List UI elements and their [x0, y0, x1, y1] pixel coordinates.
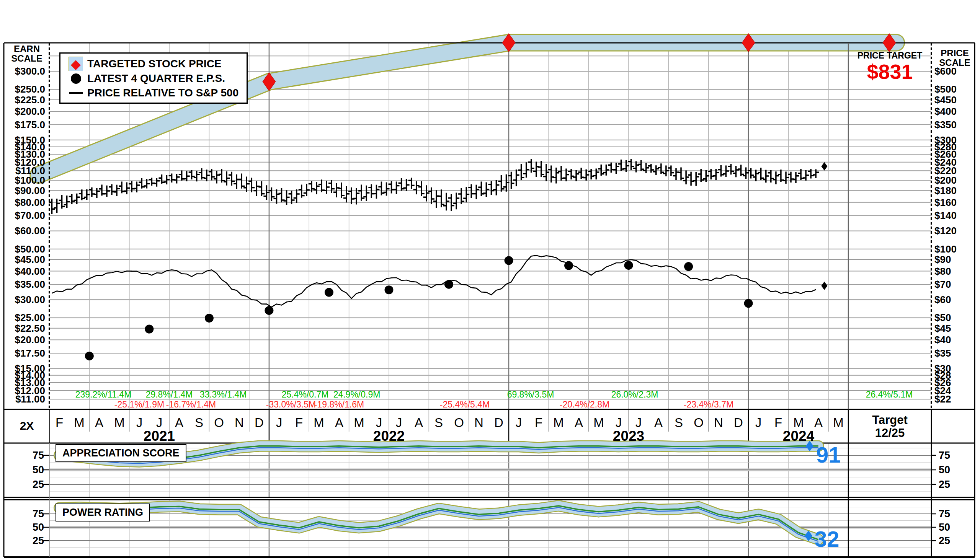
loss-annotation: -16.7%/1.4M — [166, 400, 216, 409]
loss-annotation: -23.4%/3.7M — [684, 400, 733, 409]
earn-scale-tick-label: $11.00 — [0, 394, 45, 404]
panel-tick-label-left: 75 — [0, 450, 44, 461]
target-column-date: 12/25 — [848, 427, 931, 439]
earn-scale-tick-label: $80.00 — [0, 197, 45, 207]
price-scale-tick-label: $500 — [934, 84, 957, 94]
earn-scale-tick-label: $200.0 — [0, 106, 45, 116]
earn-scale-tick-label: $90.00 — [0, 185, 45, 195]
price-scale-tick-label: $400 — [934, 106, 957, 116]
earn-scale-tick-label: $300.0 — [0, 66, 45, 76]
month-label: J — [276, 416, 283, 429]
month-label: D — [255, 416, 264, 429]
price-scale-tick-label: $80 — [934, 266, 951, 276]
month-label: J — [136, 416, 143, 429]
price-scale-tick-label: $50 — [934, 313, 951, 322]
main-gridlines — [50, 56, 931, 399]
year-label: 2024 — [783, 429, 814, 443]
gain-annotation: 26.0%/2.3M — [611, 390, 659, 399]
earn-scale-tick-label: $30.00 — [0, 294, 45, 304]
month-label: A — [415, 416, 423, 429]
month-label: O — [694, 416, 704, 429]
power-band — [60, 506, 818, 541]
earn-scale-tick-label: $175.0 — [0, 120, 45, 130]
power-rating-title: POWER RATING — [56, 503, 150, 521]
month-label: J — [516, 416, 522, 429]
gain-annotation: 33.3%/1.4M — [200, 390, 247, 399]
month-label: N — [474, 416, 483, 429]
month-label: D — [494, 416, 503, 429]
panel-tick-label-left: 50 — [0, 465, 44, 475]
month-label: M — [74, 416, 84, 429]
price-scale-header: PRICESCALE — [934, 48, 975, 67]
price-scale-tick-label: $35 — [934, 348, 951, 358]
panel-tick-label-right: 50 — [939, 522, 950, 533]
appreciation-score-value: 91 — [816, 444, 841, 466]
gain-annotation: 29.8%/1.4M — [146, 390, 193, 399]
earn-scale-tick-label: $22.50 — [0, 323, 45, 333]
earn-scale-tick-label: $70.00 — [0, 210, 45, 220]
month-label: A — [175, 416, 184, 429]
loss-annotation: -25.1%/1.9M — [114, 400, 164, 409]
month-label: J — [396, 416, 402, 429]
relative-line-icon — [67, 92, 84, 94]
month-label: M — [354, 416, 364, 429]
year-label: 2023 — [613, 429, 644, 443]
price-scale-tick-label: $45 — [934, 323, 951, 333]
month-label: A — [654, 416, 663, 429]
month-label: J — [636, 416, 642, 429]
eps-dot-icon — [67, 73, 84, 84]
panel-tick-label-right: 25 — [939, 536, 950, 546]
relative-strength-line — [52, 256, 828, 307]
eps-dots — [85, 256, 753, 360]
gain-annotation: 239.2%/11.4M — [75, 390, 132, 399]
price-scale-tick-label: $60 — [934, 294, 951, 304]
month-label: N — [235, 416, 244, 429]
earn-scale-tick-label: $25.00 — [0, 313, 45, 322]
month-label: F — [295, 416, 303, 429]
year-label: 2021 — [144, 429, 175, 443]
scale-multiplier: 2X — [15, 419, 38, 432]
price-scale-tick-label: $100 — [934, 244, 957, 254]
legend-item-target-price: ◆ TARGETED STOCK PRICE — [67, 56, 247, 71]
price-scale-tick-label: $600 — [934, 66, 957, 76]
loss-annotation: -20.4%/2.8M — [560, 400, 609, 409]
panel-tick-label-right: 25 — [939, 480, 950, 490]
month-label: D — [734, 416, 743, 429]
month-label: M — [553, 416, 564, 429]
panel-tick-label-right: 75 — [939, 509, 950, 519]
earn-scale-tick-label: $35.00 — [0, 280, 45, 289]
price-scale-tick-label: $450 — [934, 95, 957, 105]
panel-tick-label-left: 50 — [0, 522, 44, 533]
price-target-value: $831 — [848, 60, 931, 83]
panel-tick-label-left: 25 — [0, 536, 44, 546]
month-label: M — [793, 416, 804, 429]
legend-item-relative: PRICE RELATIVE TO S&P 500 — [67, 86, 247, 100]
power-rating-value: 32 — [814, 528, 839, 550]
month-label: M — [593, 416, 604, 429]
earn-scale-tick-label: $50.00 — [0, 244, 45, 254]
price-scale-tick-label: $70 — [934, 280, 951, 289]
price-scale-tick-label: $140 — [934, 210, 957, 220]
earn-scale-tick-label: $45.00 — [0, 255, 45, 265]
price-scale-tick-label: $90 — [934, 255, 951, 265]
price-scale-tick-label: $22 — [934, 394, 951, 404]
month-label: M — [833, 416, 844, 429]
price-scale-tick-label: $350 — [934, 120, 957, 130]
appreciation-score-title: APPRECIATION SCORE — [56, 444, 186, 462]
earn-scale-tick-label: $225.0 — [0, 95, 45, 105]
loss-annotation: -33.0%/3.5M — [266, 400, 316, 409]
month-label: A — [574, 416, 583, 429]
legend-item-eps: LATEST 4 QUARTER E.P.S. — [67, 71, 247, 86]
price-scale-tick-label: $40 — [934, 335, 951, 345]
month-label: S — [195, 416, 203, 429]
earn-scale-header: EARNSCALE — [5, 44, 48, 63]
month-label: J — [376, 416, 382, 429]
month-label: J — [616, 416, 622, 429]
earn-scale-tick-label: $60.00 — [0, 226, 45, 236]
gain-annotation: 69.8%/3.5M — [507, 390, 554, 399]
legend: ◆ TARGETED STOCK PRICE LATEST 4 QUARTER … — [60, 53, 248, 104]
panel-tick-label-left: 25 — [0, 480, 44, 490]
earn-scale-tick-label: $100.0 — [0, 175, 45, 185]
loss-annotation: -25.4%/5.4M — [440, 400, 490, 409]
price-scale-tick-label: $180 — [934, 185, 957, 195]
